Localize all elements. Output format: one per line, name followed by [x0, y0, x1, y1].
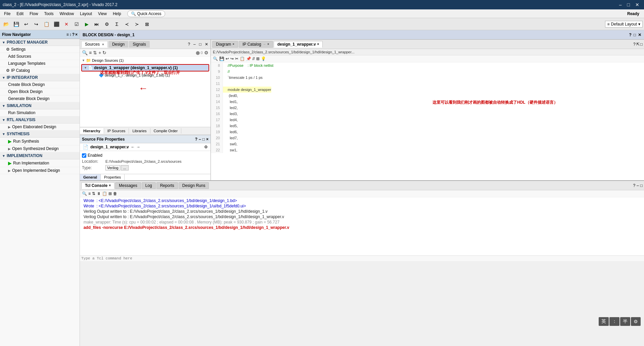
tcl-command-input[interactable] [81, 256, 643, 260]
save-icon[interactable]: 💾 [219, 56, 224, 61]
section-ip-integrator[interactable]: ▼ IP INTEGRATOR [0, 74, 80, 81]
tab-messages[interactable]: Messages [115, 182, 141, 189]
copy-icon[interactable]: 📋 [240, 56, 245, 61]
code-area[interactable]: 8 //Purpose : IP block netlist9 //10 `ti… [211, 62, 644, 180]
nav-open-implemented-design[interactable]: ▶ Open Implemented Design [0, 167, 80, 174]
tab-sources[interactable]: Sources × [81, 41, 108, 48]
undo-icon[interactable]: ↩ [226, 56, 229, 61]
code-float[interactable]: ⇱ [636, 42, 640, 47]
section-rtl-analysis[interactable]: ▼ RTL ANALYSIS [0, 116, 80, 123]
step-button[interactable]: ⏭ [92, 19, 101, 29]
section-simulation[interactable]: ▼ SIMULATION [0, 102, 80, 109]
console-sort[interactable]: ≡ [88, 191, 91, 196]
menu-layout[interactable]: Layout [77, 11, 95, 17]
nav-settings[interactable]: ⚙ Settings [0, 46, 80, 53]
code-help[interactable]: ? [633, 42, 636, 47]
enabled-label[interactable]: Enabled [82, 153, 102, 158]
subtab-libraries[interactable]: Libraries [129, 128, 150, 134]
tab-ip-catalog[interactable]: IP Catalog → × [239, 41, 273, 48]
props-close[interactable]: × [206, 137, 209, 142]
subtab-compile-order[interactable]: Compile Order [150, 128, 182, 134]
close-button[interactable]: ✕ [633, 2, 641, 7]
nav-run-simulation[interactable]: Run Simulation [0, 109, 80, 116]
minimize-button[interactable]: – [617, 2, 624, 7]
redo-button[interactable]: ↪ [32, 19, 41, 29]
settings-gear[interactable]: ⚙ [204, 50, 209, 55]
menu-file[interactable]: File [1, 11, 13, 17]
menu-help[interactable]: Help [110, 11, 124, 17]
menu-window[interactable]: Window [57, 11, 77, 17]
settings-btn[interactable]: ⚙ [204, 145, 208, 149]
nav-ctrl-3[interactable]: ? [72, 32, 75, 37]
tab-tcl-console[interactable]: Tcl Console × [81, 182, 114, 189]
add-button[interactable]: + [98, 50, 101, 55]
nav-ip-catalog[interactable]: ⚙ IP Catalog [0, 67, 80, 74]
ip-catalog-tab-close[interactable]: × [267, 42, 269, 46]
layout-dropdown[interactable]: ≡ Default Layout ▾ [605, 21, 643, 28]
console-filter[interactable]: ⇅ [92, 191, 95, 196]
close-icon[interactable]: ✕ [638, 33, 641, 37]
nav-ctrl-2[interactable]: ↕ [70, 32, 72, 37]
nav-run-implementation[interactable]: ▶ Run Implementation [0, 159, 80, 167]
nav-generate-block-design[interactable]: Generate Block Design [0, 95, 80, 102]
copy-button[interactable]: 📋 [42, 19, 51, 29]
console-clear[interactable]: 🗑 [113, 191, 117, 196]
refresh-button[interactable]: ↻ [102, 50, 106, 55]
tab-wrapper-v[interactable]: design_1_wrapper.v × [274, 41, 323, 48]
section-project-manager[interactable]: ▼ PROJECT MANAGER [0, 39, 80, 46]
console-help[interactable]: ? [633, 183, 635, 188]
tab-design-runs[interactable]: Design Runs [179, 182, 209, 189]
float-icon[interactable]: □ [634, 33, 636, 37]
nav-run-synthesis[interactable]: ▶ Run Synthesis [0, 138, 80, 145]
menu-tools[interactable]: Tools [41, 11, 56, 17]
nav-create-block-design[interactable]: Create Block Design [0, 81, 80, 88]
btab-general[interactable]: General [80, 174, 101, 180]
wrapper-tab-close[interactable]: × [317, 42, 319, 46]
panel-close[interactable]: ✕ [204, 42, 209, 47]
subtab-hierarchy[interactable]: Hierarchy [80, 128, 104, 134]
stop-button[interactable]: ✕ [62, 19, 71, 29]
sort-button[interactable]: ≡ [89, 50, 92, 55]
tab-design[interactable]: Design [108, 41, 128, 48]
table-icon[interactable]: ⊞ [256, 56, 260, 61]
redo-icon[interactable]: ↪ [230, 56, 234, 61]
save-button[interactable]: 💾 [11, 19, 21, 29]
tab-diagram[interactable]: Diagram × [212, 41, 238, 48]
console-table[interactable]: ⊞ [108, 191, 112, 196]
code-max[interactable]: □ [640, 42, 643, 47]
child-file-item[interactable]: 🔷 design_1_i : design_1 (design_1.bd) (1… [85, 72, 211, 78]
btab-properties[interactable]: Properties [101, 174, 125, 180]
menu-flow[interactable]: Flow [27, 11, 41, 17]
panel-help[interactable]: ? [187, 42, 191, 47]
more-button[interactable]: ... [121, 165, 129, 170]
wrapper-file-item[interactable]: ▼ 📄 design_1_wrapper (design_1_wrapper.v… [81, 64, 209, 71]
cut-icon[interactable]: ✂ [235, 56, 238, 61]
nav-language-templates[interactable]: Language Templates [0, 60, 80, 67]
design-sources-folder[interactable]: ▼ 📁 Design Sources (1) [80, 57, 211, 63]
next-arrow[interactable]: → [136, 145, 140, 149]
search-icon[interactable]: 🔍 [213, 56, 218, 61]
console-pause[interactable]: ⏸ [97, 191, 101, 196]
section-implementation[interactable]: ▼ IMPLEMENTATION [0, 152, 80, 159]
console-copy[interactable]: 📋 [102, 191, 107, 196]
tool3-button[interactable]: ⊠ [142, 19, 152, 29]
diagram-tab-close[interactable]: × [232, 42, 234, 46]
type-input[interactable]: Verilog [105, 165, 120, 170]
ime-colon[interactable]: ： [609, 317, 619, 326]
prev-arrow[interactable]: ← [131, 145, 135, 149]
comment-icon[interactable]: // [252, 56, 255, 61]
tool1-button[interactable]: ≺ [122, 19, 132, 29]
panel-max[interactable]: □ [198, 42, 202, 47]
sum-button[interactable]: Σ [112, 19, 122, 29]
paste-icon[interactable]: 📌 [246, 56, 251, 61]
quick-access-search[interactable]: 🔍 Quick Access [127, 10, 165, 17]
console-search[interactable]: 🔍 [82, 191, 87, 196]
menu-edit[interactable]: Edit [14, 11, 26, 17]
nav-ctrl-1[interactable]: ≡ [66, 32, 69, 37]
ime-settings[interactable]: ⚙ [631, 317, 641, 326]
tab-log[interactable]: Log [142, 182, 156, 189]
menu-view[interactable]: View [95, 11, 109, 17]
open-button[interactable]: 📂 [1, 19, 11, 29]
props-max[interactable]: □ [202, 137, 205, 142]
tool2-button[interactable]: ≻ [132, 19, 142, 29]
